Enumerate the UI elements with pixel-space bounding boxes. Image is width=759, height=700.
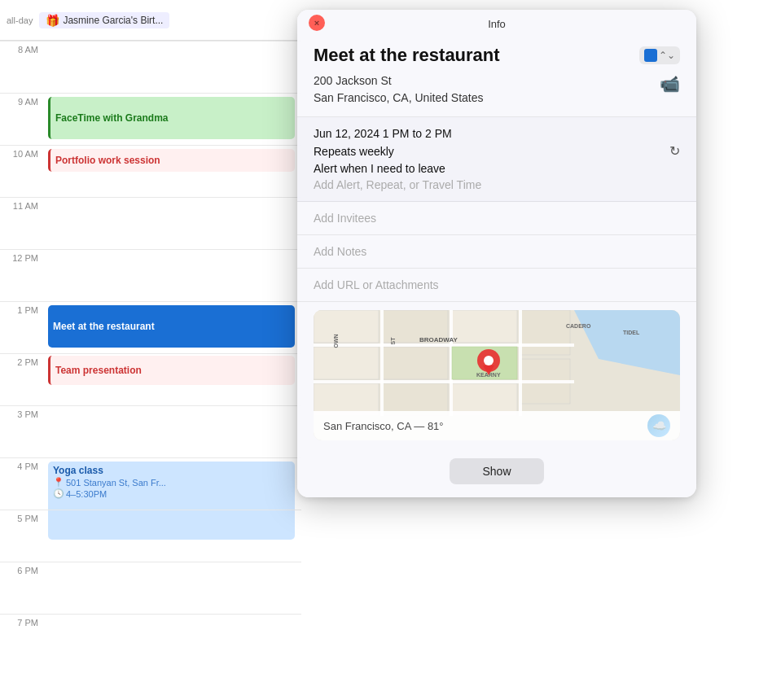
- gift-icon: 🎁: [46, 14, 59, 27]
- allday-event-title: Jasmine Garcia's Birt...: [63, 15, 163, 26]
- show-button[interactable]: Show: [450, 458, 543, 484]
- add-url[interactable]: Add URL or Attachments: [314, 278, 680, 291]
- weather-icon: ☁️: [647, 414, 670, 437]
- add-notes-section[interactable]: Add Notes: [297, 235, 696, 269]
- time-content-4pm: Yoga class 📍 501 Stanyan St, San Fr... 🕓…: [45, 458, 301, 510]
- time-row-9am: 9 AM FaceTime with Grandma: [0, 93, 301, 145]
- address-line1: 200 Jackson St: [314, 72, 484, 90]
- time-content-11am: [45, 198, 301, 249]
- time-row-3pm: 3 PM: [0, 405, 301, 457]
- repeat-text: Repeats weekly: [314, 145, 394, 158]
- add-invitees[interactable]: Add Invitees: [314, 212, 680, 225]
- svg-rect-6: [383, 347, 448, 379]
- add-notes[interactable]: Add Notes: [314, 245, 680, 258]
- time-row-1pm: 1 PM Meet at the restaurant: [0, 301, 301, 353]
- popup-body: Meet at the restaurant ⌃⌄ 200 Jackson St…: [297, 35, 696, 497]
- time-label-2pm: 2 PM: [0, 354, 45, 367]
- location-icon: 📍: [53, 477, 64, 488]
- time-label-6pm: 6 PM: [0, 562, 45, 575]
- facetime-event[interactable]: FaceTime with Grandma: [48, 97, 295, 139]
- color-picker[interactable]: ⌃⌄: [639, 46, 680, 64]
- allday-event[interactable]: 🎁 Jasmine Garcia's Birt...: [39, 12, 169, 28]
- yoga-time: 🕓 4–5:30PM: [53, 488, 290, 499]
- time-content-8am: [45, 42, 301, 93]
- event-title-row: Meet at the restaurant ⌃⌄: [314, 45, 680, 66]
- time-label-8am: 8 AM: [0, 42, 45, 55]
- svg-rect-13: [314, 343, 574, 347]
- time-row-5pm: 5 PM: [0, 510, 301, 562]
- chevron-updown-icon: ⌃⌄: [659, 50, 675, 61]
- add-url-section[interactable]: Add URL or Attachments: [297, 269, 696, 302]
- portfolio-event[interactable]: Portfolio work session: [48, 149, 295, 172]
- add-alert-text[interactable]: Add Alert, Repeat, or Travel Time: [314, 178, 680, 191]
- time-content-7pm: [45, 615, 301, 666]
- time-row-2pm: 2 PM Team presentation: [0, 353, 301, 405]
- time-content-9am: FaceTime with Grandma: [45, 94, 301, 145]
- time-label-11am: 11 AM: [0, 198, 45, 211]
- svg-text:OWN: OWN: [333, 334, 339, 348]
- map-container[interactable]: OWN ST BROADWAY KEARNY CADERO TIDEL San …: [314, 310, 680, 440]
- time-row-12pm: 12 PM: [0, 249, 301, 301]
- svg-text:BROADWAY: BROADWAY: [419, 336, 458, 343]
- add-invitees-section[interactable]: Add Invitees: [297, 202, 696, 235]
- team-presentation-event[interactable]: Team presentation: [48, 356, 295, 385]
- time-content-10am: Portfolio work session: [45, 146, 301, 197]
- event-title: Meet at the restaurant: [314, 45, 500, 66]
- video-camera-icon[interactable]: 📹: [660, 74, 680, 94]
- svg-point-26: [484, 356, 494, 365]
- alert-text: Alert when I need to leave: [314, 162, 680, 175]
- close-button[interactable]: ×: [309, 15, 325, 31]
- svg-text:CADERO: CADERO: [566, 323, 591, 329]
- svg-text:ST: ST: [390, 337, 396, 345]
- info-popup: × Info Meet at the restaurant ⌃⌄ 200 Jac…: [297, 10, 696, 497]
- time-label-5pm: 5 PM: [0, 510, 45, 523]
- map-section: OWN ST BROADWAY KEARNY CADERO TIDEL San …: [297, 302, 696, 452]
- time-content-2pm: Team presentation: [45, 354, 301, 405]
- time-content-12pm: [45, 250, 301, 301]
- clock-icon: 🕓: [53, 488, 64, 499]
- color-swatch: [644, 49, 657, 62]
- time-row-6pm: 6 PM: [0, 562, 301, 614]
- time-row-11am: 11 AM: [0, 197, 301, 249]
- time-row-10am: 10 AM Portfolio work session: [0, 145, 301, 197]
- time-content-3pm: [45, 406, 301, 457]
- time-row-8am: 8 AM: [0, 41, 301, 93]
- time-row-7pm: 7 PM: [0, 614, 301, 666]
- allday-label: all-day: [0, 15, 39, 25]
- svg-rect-11: [521, 310, 570, 355]
- popup-title: Info: [488, 18, 506, 30]
- svg-rect-2: [314, 310, 379, 343]
- time-content-5pm: [45, 510, 301, 562]
- map-svg: OWN ST BROADWAY KEARNY CADERO TIDEL: [314, 310, 680, 416]
- svg-rect-15: [380, 310, 384, 416]
- svg-rect-3: [314, 347, 379, 379]
- meet-restaurant-event[interactable]: Meet at the restaurant: [48, 305, 295, 348]
- map-bottom-bar: San Francisco, CA — 81° ☁️: [314, 411, 680, 440]
- time-label-7pm: 7 PM: [0, 615, 45, 628]
- location-text: 200 Jackson St San Francisco, CA, United…: [314, 72, 484, 107]
- datetime-text: Jun 12, 2024 1 PM to 2 PM: [314, 127, 680, 140]
- yoga-address: 📍 501 Stanyan St, San Fr...: [53, 477, 290, 488]
- time-content-1pm: Meet at the restaurant: [45, 302, 301, 353]
- allday-row: all-day 🎁 Jasmine Garcia's Birt...: [0, 0, 301, 41]
- address-line2: San Francisco, CA, United States: [314, 90, 484, 107]
- time-label-1pm: 1 PM: [0, 302, 45, 315]
- time-label-9am: 9 AM: [0, 94, 45, 107]
- svg-rect-8: [452, 310, 517, 343]
- time-grid: 8 AM 9 AM FaceTime with Grandma 10 AM Po…: [0, 41, 301, 700]
- repeat-icon: ↻: [669, 143, 680, 159]
- repeat-row: Repeats weekly ↻: [314, 143, 680, 159]
- time-label-3pm: 3 PM: [0, 406, 45, 419]
- show-button-row: Show: [297, 452, 696, 497]
- popup-header: × Info: [297, 10, 696, 35]
- time-content-6pm: [45, 562, 301, 614]
- map-location-text: San Francisco, CA — 81°: [323, 420, 444, 432]
- location-row: 200 Jackson St San Francisco, CA, United…: [314, 72, 680, 107]
- time-label-4pm: 4 PM: [0, 458, 45, 471]
- datetime-section: Jun 12, 2024 1 PM to 2 PM Repeats weekly…: [297, 117, 696, 202]
- svg-text:TIDEL: TIDEL: [623, 330, 640, 335]
- time-row-4pm: 4 PM Yoga class 📍 501 Stanyan St, San Fr…: [0, 457, 301, 510]
- svg-rect-14: [314, 380, 574, 383]
- title-location-section: Meet at the restaurant ⌃⌄ 200 Jackson St…: [297, 35, 696, 117]
- yoga-title: Yoga class: [53, 465, 290, 476]
